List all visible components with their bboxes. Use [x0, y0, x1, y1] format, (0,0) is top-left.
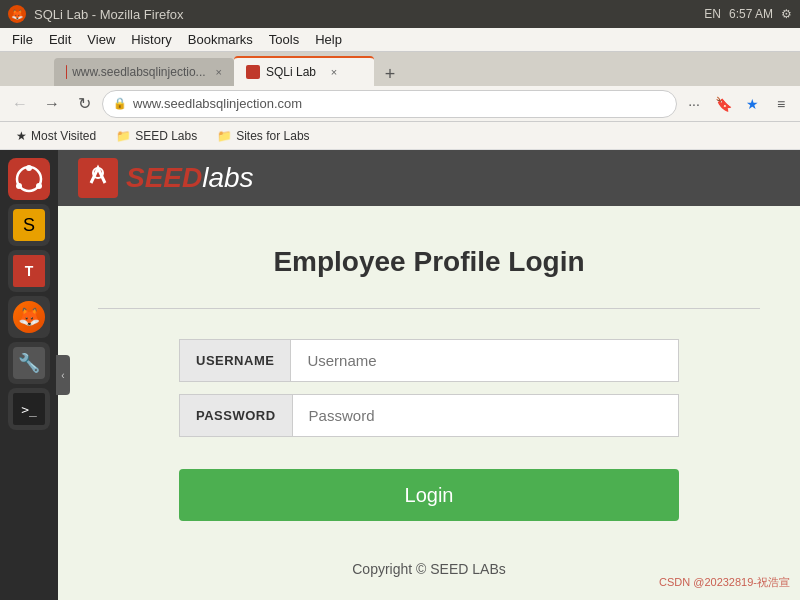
url-text: www.seedlabsqlinjection.com — [133, 96, 666, 111]
tab-inactive-label: www.seedlabsqlinjectio... — [72, 65, 205, 79]
logo-badge — [78, 158, 118, 198]
star-button[interactable]: ★ — [739, 91, 765, 117]
menu-edit[interactable]: Edit — [41, 30, 79, 49]
sidebar-item-files[interactable]: S — [8, 204, 50, 246]
tabbar: www.seedlabsqlinjectio... × SQLi Lab × + — [0, 52, 800, 86]
navbar: ← → ↻ 🔒 www.seedlabsqlinjection.com ··· … — [0, 86, 800, 122]
terminal2-icon: >_ — [13, 393, 45, 425]
nav-actions: ··· 🔖 ★ ≡ — [681, 91, 794, 117]
tab-active-label: SQLi Lab — [266, 65, 316, 79]
reader-mode-button[interactable]: ≡ — [768, 91, 794, 117]
security-icon: 🔒 — [113, 97, 127, 110]
tab-add-button[interactable]: + — [378, 62, 402, 86]
browser-content: SEED labs Employee Profile Login USERNAM… — [58, 150, 800, 600]
tab-active-close[interactable]: × — [326, 64, 342, 80]
firefox-icon: 🦊 — [8, 5, 26, 23]
sidebar-item-ubuntu[interactable] — [8, 158, 50, 200]
svg-point-1 — [26, 165, 32, 171]
sidebar: S T 🦊 🔧 >_ ‹ — [0, 150, 58, 600]
bookmark-seed-labs[interactable]: 📁 SEED Labs — [108, 127, 205, 145]
seed-text: SEED — [126, 162, 202, 194]
sidebar-collapse-handle[interactable]: ‹ — [56, 355, 70, 395]
seedlabs-text: SEED labs — [126, 162, 254, 194]
svg-point-3 — [36, 183, 42, 189]
bookmark-most-visited[interactable]: ★ Most Visited — [8, 127, 104, 145]
forward-button[interactable]: → — [38, 90, 66, 118]
address-bar[interactable]: 🔒 www.seedlabsqlinjection.com — [102, 90, 677, 118]
keyboard-layout: EN — [704, 7, 721, 21]
bookmark-most-visited-label: Most Visited — [31, 129, 96, 143]
reload-button[interactable]: ↻ — [70, 90, 98, 118]
titlebar: 🦊 SQLi Lab - Mozilla Firefox EN 6:57 AM … — [0, 0, 800, 28]
firefox-sidebar-icon: 🦊 — [13, 301, 45, 333]
wrench-icon: 🔧 — [13, 347, 45, 379]
tab-inactive-close[interactable]: × — [216, 64, 222, 80]
username-label: USERNAME — [179, 339, 291, 382]
password-input[interactable] — [293, 394, 679, 437]
menu-tools[interactable]: Tools — [261, 30, 307, 49]
login-title: Employee Profile Login — [98, 226, 760, 309]
more-button[interactable]: ··· — [681, 91, 707, 117]
bookmark-sites-for-labs-label: Sites for Labs — [236, 129, 309, 143]
folder-icon-seed: 📁 — [116, 129, 131, 143]
back-button[interactable]: ← — [6, 90, 34, 118]
sidebar-item-terminal2[interactable]: >_ — [8, 388, 50, 430]
menu-history[interactable]: History — [123, 30, 179, 49]
folder-icon-sites: 📁 — [217, 129, 232, 143]
username-input[interactable] — [291, 339, 679, 382]
bookmark-seed-labs-label: SEED Labs — [135, 129, 197, 143]
login-container: Employee Profile Login USERNAME PASSWORD… — [58, 206, 800, 600]
menubar: File Edit View History Bookmarks Tools H… — [0, 28, 800, 52]
username-group: USERNAME — [179, 339, 679, 382]
files-icon: S — [13, 209, 45, 241]
tab-inactive[interactable]: www.seedlabsqlinjectio... × — [54, 58, 234, 86]
star-icon: ★ — [16, 129, 27, 143]
sidebar-item-terminal[interactable]: T — [8, 250, 50, 292]
settings-icon[interactable]: ⚙ — [781, 7, 792, 21]
svg-point-2 — [16, 183, 22, 189]
watermark: CSDN @20232819-祝浩宣 — [659, 575, 790, 590]
terminal-icon: T — [13, 255, 45, 287]
password-group: PASSWORD — [179, 394, 679, 437]
menu-file[interactable]: File — [4, 30, 41, 49]
seedlabs-header: SEED labs — [58, 150, 800, 206]
sidebar-item-firefox[interactable]: 🦊 — [8, 296, 50, 338]
sidebar-item-settings[interactable]: 🔧 — [8, 342, 50, 384]
favicon-active — [246, 65, 260, 79]
tab-active[interactable]: SQLi Lab × — [234, 56, 374, 86]
menu-help[interactable]: Help — [307, 30, 350, 49]
password-label: PASSWORD — [179, 394, 293, 437]
ubuntu-logo-icon — [14, 164, 44, 194]
menu-view[interactable]: View — [79, 30, 123, 49]
seedlabs-logo-icon — [83, 163, 113, 193]
bookmark-icon[interactable]: 🔖 — [710, 91, 736, 117]
labs-text: labs — [202, 162, 253, 194]
login-button[interactable]: Login — [179, 469, 679, 521]
titlebar-title: SQLi Lab - Mozilla Firefox — [34, 7, 184, 22]
copyright: Copyright © SEED LABs — [179, 561, 679, 577]
clock: 6:57 AM — [729, 7, 773, 21]
bookmarksbar: ★ Most Visited 📁 SEED Labs 📁 Sites for L… — [0, 122, 800, 150]
menu-bookmarks[interactable]: Bookmarks — [180, 30, 261, 49]
bookmark-sites-for-labs[interactable]: 📁 Sites for Labs — [209, 127, 317, 145]
seedlabs-logo: SEED labs — [78, 158, 254, 198]
